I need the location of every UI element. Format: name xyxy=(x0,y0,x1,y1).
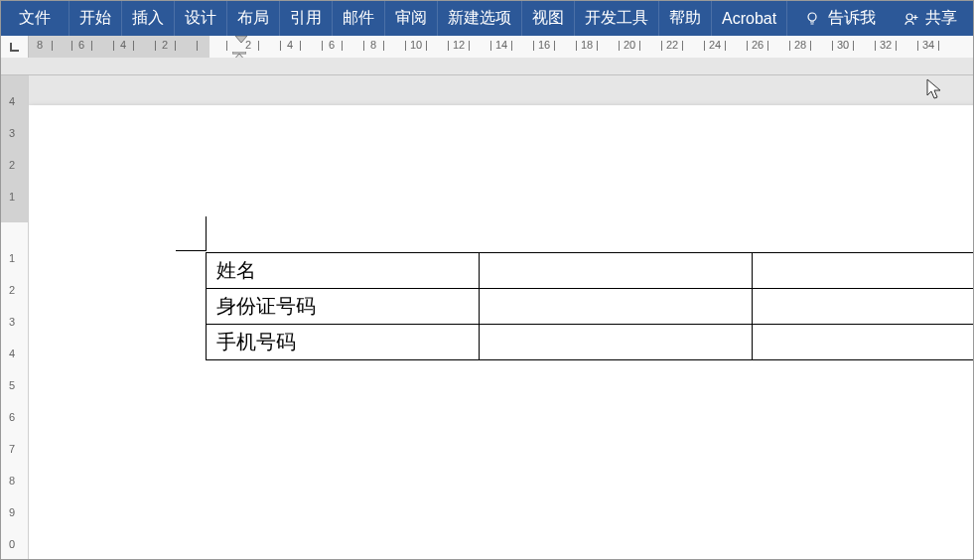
ruler-tick: 6 xyxy=(78,39,84,51)
hanging-indent-icon[interactable] xyxy=(232,52,246,58)
document-viewport[interactable]: 姓名 身份证号码 手机号码 xyxy=(29,75,973,559)
ruler-tick: 12 xyxy=(453,39,465,51)
ribbon-right: 告诉我 共享 xyxy=(792,1,973,36)
ruler-tick: 0 xyxy=(9,538,15,550)
workspace: 4 3 2 1 1 2 3 4 5 6 7 8 9 0 姓名 身份证号码 xyxy=(1,75,973,559)
lightbulb-icon xyxy=(804,11,820,27)
vertical-ruler[interactable]: 4 3 2 1 1 2 3 4 5 6 7 8 9 0 xyxy=(1,75,29,559)
ruler-tick: 24 xyxy=(709,39,721,51)
share-label: 共享 xyxy=(925,8,957,29)
table-cell[interactable] xyxy=(753,289,974,325)
ruler-tick: 16 xyxy=(538,39,550,51)
ribbon-tab-mailings[interactable]: 邮件 xyxy=(333,1,385,36)
ruler-tick: 1 xyxy=(9,252,15,264)
ribbon-tab-design[interactable]: 设计 xyxy=(175,1,227,36)
ribbon-tab-help[interactable]: 帮助 xyxy=(659,1,712,36)
ruler-tick: 9 xyxy=(9,506,15,518)
ribbon-tab-file[interactable]: 文件 xyxy=(1,1,70,36)
tell-me-search[interactable]: 告诉我 xyxy=(792,8,888,29)
ruler-tick: 2 xyxy=(9,284,15,296)
ruler-tick: 6 xyxy=(329,39,335,51)
ruler-tick: 8 xyxy=(370,39,376,51)
ruler-tick: 26 xyxy=(752,39,764,51)
ribbon-tab-home[interactable]: 开始 xyxy=(70,1,122,36)
ruler-tick: 32 xyxy=(880,39,892,51)
tab-selector-icon xyxy=(9,41,21,53)
ruler-tick: 4 xyxy=(9,348,15,359)
table-cell[interactable] xyxy=(753,325,974,360)
ruler-tick: 4 xyxy=(287,39,293,51)
ruler-tick: 10 xyxy=(410,39,422,51)
table-row[interactable]: 姓名 xyxy=(207,253,974,289)
ruler-tick: 2 xyxy=(9,159,15,171)
ruler-tick: 22 xyxy=(666,39,678,51)
table-row[interactable]: 身份证号码 xyxy=(207,289,974,325)
ruler-tick: 14 xyxy=(495,39,507,51)
table-cell-name-label[interactable]: 姓名 xyxy=(207,253,480,289)
tell-me-label: 告诉我 xyxy=(828,8,876,29)
ribbon-tab-view[interactable]: 视图 xyxy=(522,1,575,36)
ruler-tick: 4 xyxy=(120,39,126,51)
ruler-tick: 34 xyxy=(922,39,934,51)
ribbon-tab-layout[interactable]: 布局 xyxy=(227,1,280,36)
ruler-tick: 4 xyxy=(9,95,15,107)
ruler-tick: 2 xyxy=(162,39,168,51)
ruler-corner[interactable] xyxy=(1,36,29,58)
table-cell[interactable] xyxy=(480,325,753,360)
ruler-tick: 20 xyxy=(624,39,635,51)
ribbon-tab-acrobat[interactable]: Acrobat xyxy=(712,1,787,36)
horizontal-ruler[interactable]: 8| |6| |4| |2| | |2| |4| |6| |8| |10| |1… xyxy=(29,36,973,58)
table-cell-id-label[interactable]: 身份证号码 xyxy=(207,289,480,325)
ruler-tick: 30 xyxy=(837,39,849,51)
ribbon-tab-developer[interactable]: 开发工具 xyxy=(575,1,659,36)
ruler-tick: 28 xyxy=(794,39,806,51)
share-icon xyxy=(904,11,919,27)
ruler-margin-left xyxy=(29,36,209,58)
first-line-indent-icon[interactable] xyxy=(235,36,247,44)
ruler-tick: 3 xyxy=(9,316,15,328)
table-row[interactable]: 手机号码 xyxy=(207,325,974,360)
ruler-tick: 6 xyxy=(9,411,15,423)
document-table[interactable]: 姓名 身份证号码 手机号码 xyxy=(206,252,973,360)
horizontal-ruler-area: 8| |6| |4| |2| | |2| |4| |6| |8| |10| |1… xyxy=(1,36,973,75)
svg-point-0 xyxy=(808,13,816,21)
table-cell[interactable] xyxy=(753,253,974,289)
ribbon-tab-insert[interactable]: 插入 xyxy=(122,1,175,36)
share-button[interactable]: 共享 xyxy=(888,8,973,29)
ribbon-tab-references[interactable]: 引用 xyxy=(280,1,333,36)
ruler-tick: 7 xyxy=(9,443,15,455)
ribbon-tab-review[interactable]: 审阅 xyxy=(385,1,438,36)
table-cell[interactable] xyxy=(480,253,753,289)
table-cell-phone-label[interactable]: 手机号码 xyxy=(207,325,480,360)
ruler-tick: 1 xyxy=(9,191,15,203)
text-cursor xyxy=(206,216,207,251)
svg-point-1 xyxy=(906,14,912,20)
ruler-tick: 8 xyxy=(9,475,15,487)
ruler-tick: 3 xyxy=(9,127,15,139)
ribbon-tabs: 文件 开始 插入 设计 布局 引用 邮件 审阅 新建选项 视图 开发工具 帮助 … xyxy=(1,1,787,36)
table-cell[interactable] xyxy=(480,289,753,325)
ruler-tick: 18 xyxy=(581,39,593,51)
ribbon-menu: 文件 开始 插入 设计 布局 引用 邮件 审阅 新建选项 视图 开发工具 帮助 … xyxy=(1,1,973,36)
ruler-tick: 5 xyxy=(9,379,15,391)
ruler-tick: 8 xyxy=(37,39,43,51)
document-page[interactable]: 姓名 身份证号码 手机号码 xyxy=(29,105,973,559)
ribbon-tab-newoption[interactable]: 新建选项 xyxy=(438,1,522,36)
